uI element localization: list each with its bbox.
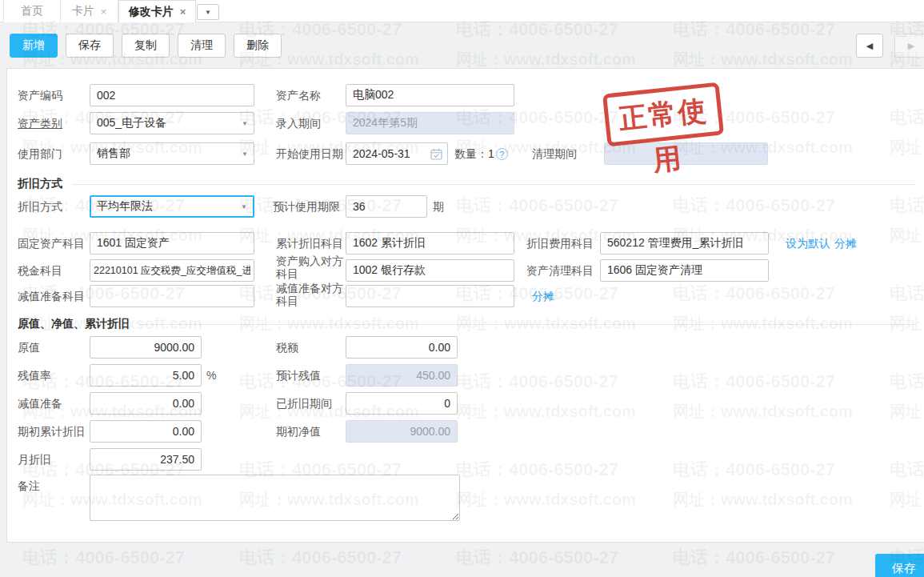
arrow-left-icon: ◀ <box>866 41 873 50</box>
tab-card-label: 卡片 <box>72 4 94 18</box>
depreciated-periods-label: 已折旧期间 <box>276 392 332 415</box>
copy-button[interactable]: 复制 <box>122 34 170 58</box>
monthly-depr-input[interactable] <box>90 448 202 471</box>
expected-life-unit: 期 <box>433 195 444 218</box>
impair-allocate-link[interactable]: 分摊 <box>532 285 554 307</box>
set-default-link[interactable]: 设为默认 <box>786 232 830 254</box>
tab-edit-card[interactable]: 修改卡片 × <box>118 0 196 22</box>
allocate-link[interactable]: 分摊 <box>834 232 857 254</box>
values-section-header: 原值、净值、累计折旧 <box>18 317 916 331</box>
quantity-value: 1 <box>488 142 494 165</box>
chevron-down-icon: ▼ <box>241 203 247 210</box>
residual-rate-label: 残值率 <box>18 364 51 387</box>
remark-textarea[interactable] <box>90 475 460 521</box>
asset-category-value: 005_电子设备 <box>97 116 166 130</box>
depreciated-periods-input[interactable] <box>346 392 458 415</box>
entry-period-label: 录入期间 <box>276 112 321 134</box>
watermark-tile: 电话：4006-6500-27网址：www.tdxsoft.com <box>239 546 419 577</box>
department-value: 销售部 <box>97 146 130 161</box>
monthly-depr-label: 月折旧 <box>18 448 51 471</box>
expected-residual-input <box>346 364 458 387</box>
department-select[interactable]: 销售部 ▼ <box>90 142 254 165</box>
opening-accum-depr-input[interactable] <box>90 420 202 443</box>
asset-code-label: 资产编码 <box>18 84 62 106</box>
original-value-label: 原值 <box>18 336 40 359</box>
asset-category-label[interactable]: 资产类别 <box>18 112 62 134</box>
fixed-asset-account-input[interactable] <box>90 232 254 254</box>
cleanup-account-input[interactable] <box>600 259 769 282</box>
tab-edit-card-label: 修改卡片 <box>129 5 174 19</box>
tab-card[interactable]: 卡片 × <box>61 0 118 22</box>
chevron-down-icon: ▼ <box>205 9 211 16</box>
chevron-down-icon: ▼ <box>242 150 248 158</box>
asset-name-input[interactable] <box>346 84 514 106</box>
depr-method-label: 折旧方式 <box>18 195 62 218</box>
calendar-icon[interactable] <box>430 148 442 160</box>
asset-code-input[interactable] <box>90 84 254 106</box>
depreciation-section-title: 折旧方式 <box>18 177 62 191</box>
values-section-title: 原值、净值、累计折旧 <box>18 317 130 331</box>
entry-period-input <box>346 112 514 134</box>
prev-record-button[interactable]: ◀ <box>856 34 883 58</box>
accum-depr-account-input[interactable] <box>346 232 514 254</box>
impair-counter-account-label: 减值准备对方科目 <box>276 282 346 307</box>
fixed-asset-account-label: 固定资产科目 <box>18 232 85 254</box>
purchase-counter-account-input[interactable] <box>346 259 514 282</box>
cleanup-account-label: 资产清理科目 <box>526 259 594 282</box>
tab-home-label: 首页 <box>21 4 43 18</box>
expected-life-label: 预计使用期限 <box>273 195 340 218</box>
depreciation-section-header: 折旧方式 <box>18 177 916 191</box>
depr-expense-account-label: 折旧费用科目 <box>526 232 594 254</box>
residual-rate-input[interactable] <box>90 364 202 387</box>
opening-accum-depr-label: 期初累计折旧 <box>18 420 85 443</box>
asset-category-select[interactable]: 005_电子设备 ▼ <box>90 112 254 134</box>
opening-net-label: 期初净值 <box>276 420 321 443</box>
save-button[interactable]: 保存 <box>66 34 114 58</box>
new-button[interactable]: 新增 <box>10 34 58 58</box>
expected-residual-label: 预计残值 <box>276 364 321 387</box>
close-icon[interactable]: × <box>180 6 186 18</box>
tax-account-input[interactable] <box>90 259 254 282</box>
start-date-input[interactable]: 2024-05-31 <box>346 142 448 165</box>
depr-expense-account-input[interactable] <box>600 232 769 254</box>
impair-counter-account-input[interactable] <box>346 285 514 307</box>
cleanup-period-label: 清理期间 <box>532 142 577 165</box>
footer-save-button[interactable]: 保存 <box>875 554 924 577</box>
tab-bar: 首页 卡片 × 修改卡片 × ▼ <box>0 0 924 22</box>
expected-life-input[interactable] <box>346 195 427 218</box>
delete-button[interactable]: 删除 <box>234 34 282 58</box>
arrow-right-icon: ▶ <box>908 41 914 50</box>
depr-method-value: 平均年限法 <box>97 199 153 214</box>
cleanup-period-input <box>604 142 768 165</box>
section-divider <box>139 324 916 325</box>
clean-button[interactable]: 清理 <box>178 34 226 58</box>
original-value-input[interactable] <box>90 336 202 359</box>
depr-method-select[interactable]: 平均年限法 ▼ <box>90 195 254 218</box>
start-date-value: 2024-05-31 <box>353 147 410 160</box>
tax-account-label: 税金科目 <box>18 259 62 282</box>
app-window: 首页 卡片 × 修改卡片 × ▼ 新增 保存 复制 清理 删除 ◀ ▶ 正常使用… <box>0 0 924 577</box>
department-label: 使用部门 <box>18 142 62 165</box>
impair-account-input[interactable] <box>90 285 254 307</box>
asset-name-label: 资产名称 <box>276 84 321 106</box>
watermark-tile: 电话：4006-6500-27网址：www.tdxsoft.com <box>456 18 636 70</box>
watermark-tile: 电话：4006-6500-27网址：www.tdxsoft.com <box>673 546 853 577</box>
tab-home[interactable]: 首页 <box>3 0 61 22</box>
tab-menu-button[interactable]: ▼ <box>197 4 219 20</box>
impair-account-label: 减值准备科目 <box>18 285 85 307</box>
section-divider <box>72 184 916 185</box>
chevron-down-icon: ▼ <box>242 120 248 127</box>
help-icon[interactable]: ? <box>496 148 508 160</box>
watermark-tile: 电话：4006-6500-27网址：www.tdxsoft.com <box>22 546 202 577</box>
tax-amount-label: 税额 <box>276 336 298 359</box>
close-icon[interactable]: × <box>101 6 107 18</box>
tax-amount-input[interactable] <box>346 336 458 359</box>
start-date-label: 开始使用日期 <box>276 142 343 165</box>
impair-reserve-label: 减值准备 <box>18 392 62 415</box>
residual-rate-unit: % <box>206 364 216 387</box>
quantity-label: 数量： <box>454 142 488 165</box>
watermark-tile: 电话：4006-6500-27网址：www.tdxsoft.com <box>456 546 636 577</box>
next-record-button[interactable]: ▶ <box>894 34 924 58</box>
opening-net-input <box>346 420 458 443</box>
impair-reserve-input[interactable] <box>90 392 202 415</box>
